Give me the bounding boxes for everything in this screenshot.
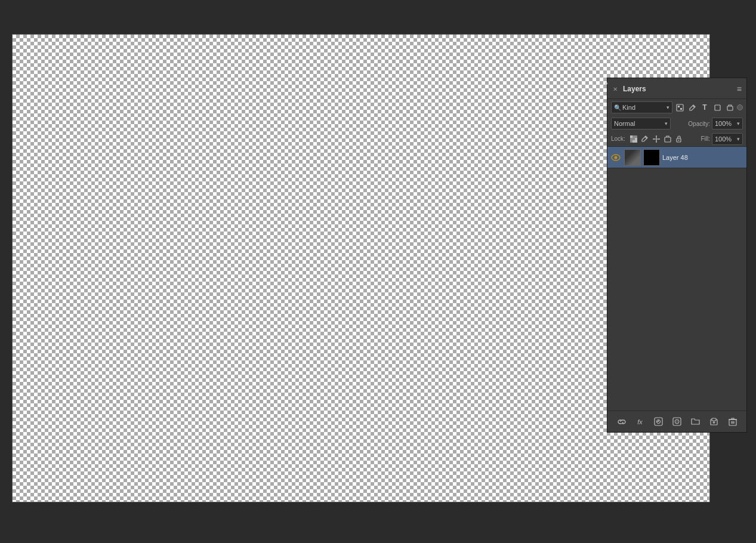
footer-adjustment-icon[interactable] xyxy=(653,416,665,428)
svg-rect-4 xyxy=(727,106,733,110)
footer-group-icon[interactable] xyxy=(690,416,702,428)
footer-fx-icon[interactable]: fx xyxy=(634,416,646,428)
lock-all-icon[interactable] xyxy=(674,134,684,144)
kind-search-dropdown[interactable]: 🔍 Kind ▾ xyxy=(611,101,672,113)
kind-dropdown-arrow: ▾ xyxy=(666,104,669,110)
svg-point-14 xyxy=(655,138,657,140)
svg-rect-0 xyxy=(677,104,683,111)
filter-brush-icon[interactable] xyxy=(687,102,698,113)
panel-footer: fx xyxy=(607,411,746,432)
svg-rect-29 xyxy=(712,418,716,421)
panel-header-left: ✕ Layers xyxy=(612,85,646,93)
fill-value-text: 100% xyxy=(715,135,732,143)
footer-new-layer-icon[interactable] xyxy=(708,416,720,428)
svg-point-21 xyxy=(678,140,680,141)
filter-icons-group: T xyxy=(674,102,743,113)
layer-visibility-toggle[interactable] xyxy=(610,152,622,163)
layer-name: Layer 48 xyxy=(662,154,744,161)
blend-mode-dropdown[interactable]: Normal ▾ xyxy=(611,118,671,129)
svg-rect-11 xyxy=(630,140,632,143)
svg-rect-7 xyxy=(635,140,637,143)
footer-link-icon[interactable] xyxy=(616,416,628,428)
svg-point-27 xyxy=(675,419,679,424)
search-row: 🔍 Kind ▾ T xyxy=(607,99,746,116)
svg-rect-12 xyxy=(635,138,637,140)
lock-artboard-icon[interactable] xyxy=(663,134,672,144)
svg-rect-5 xyxy=(630,135,632,138)
lock-position-icon[interactable] xyxy=(652,134,661,144)
panel-collapse-button[interactable]: » xyxy=(604,79,608,87)
filter-pixel-icon[interactable] xyxy=(674,102,685,113)
opacity-label: Opacity: xyxy=(688,121,710,127)
filter-smart-icon[interactable] xyxy=(724,102,735,113)
panel-title: Layers xyxy=(623,85,646,93)
blend-mode-label: Normal xyxy=(614,120,635,127)
panel-header: ✕ Layers ≡ xyxy=(607,78,746,99)
layers-panel: ✕ Layers ≡ 🔍 Kind ▾ xyxy=(607,78,747,433)
panel-close-button[interactable]: ✕ xyxy=(612,86,618,92)
lock-icons-group xyxy=(629,134,684,144)
layer-item[interactable]: Layer 48 xyxy=(607,147,746,168)
lock-transparent-icon[interactable] xyxy=(629,134,638,144)
blend-opacity-row: Normal ▾ Opacity: 100% ▾ xyxy=(607,116,746,131)
filter-text-icon[interactable]: T xyxy=(699,102,710,113)
filter-toggle-dot[interactable] xyxy=(737,104,743,110)
svg-rect-3 xyxy=(715,105,720,110)
canvas-area xyxy=(12,34,710,502)
svg-rect-6 xyxy=(632,138,635,140)
panel-menu-icon[interactable]: ≡ xyxy=(737,84,742,94)
fill-input[interactable]: 100% ▾ xyxy=(712,133,743,145)
opacity-arrow: ▾ xyxy=(737,121,740,127)
opacity-value-text: 100% xyxy=(715,120,732,127)
footer-mask-icon[interactable] xyxy=(671,416,683,428)
layer-mask-thumbnail xyxy=(643,149,660,166)
svg-rect-19 xyxy=(665,137,671,142)
opacity-input[interactable]: 100% ▾ xyxy=(712,118,743,129)
svg-point-23 xyxy=(615,156,618,159)
layers-list: Layer 48 xyxy=(607,147,746,411)
lock-fill-row: Lock: xyxy=(607,131,746,147)
opacity-group: Opacity: 100% ▾ xyxy=(673,118,743,129)
svg-rect-1 xyxy=(678,106,680,107)
svg-rect-8 xyxy=(632,135,635,138)
lock-label: Lock: xyxy=(611,135,625,142)
svg-rect-2 xyxy=(680,108,682,110)
search-magnify-icon: 🔍 xyxy=(614,104,621,111)
svg-rect-10 xyxy=(635,135,637,138)
layer-thumbnail xyxy=(624,149,641,166)
blend-mode-arrow: ▾ xyxy=(665,121,668,127)
filter-shape-icon[interactable] xyxy=(712,102,723,113)
fill-arrow: ▾ xyxy=(737,136,740,142)
fill-group: Fill: 100% ▾ xyxy=(701,133,743,145)
kind-label: Kind xyxy=(622,104,665,111)
lock-image-icon[interactable] xyxy=(640,134,650,144)
footer-delete-icon[interactable] xyxy=(727,416,739,428)
svg-rect-13 xyxy=(632,140,635,143)
svg-rect-9 xyxy=(630,138,632,140)
fill-label: Fill: xyxy=(701,135,710,142)
